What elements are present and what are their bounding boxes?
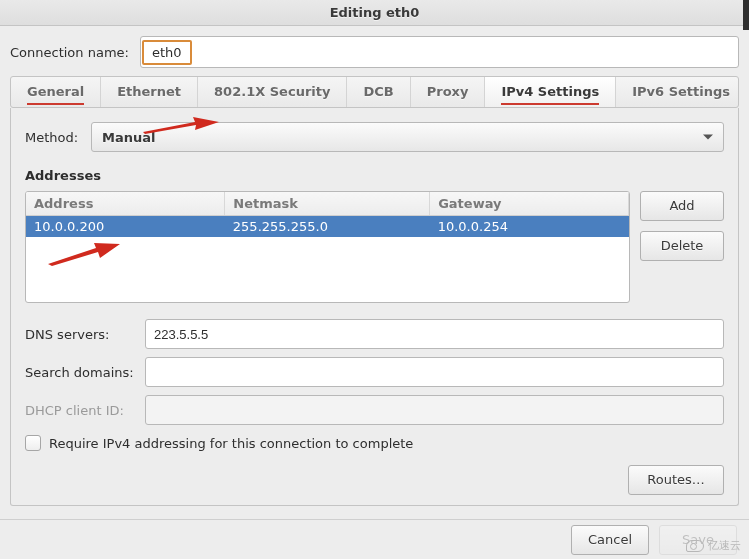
cancel-button[interactable]: Cancel (571, 525, 649, 555)
tab-general-label: General (27, 84, 84, 99)
table-row[interactable]: 10.0.0.200 255.255.255.0 10.0.0.254 (26, 216, 629, 238)
addresses-heading: Addresses (25, 168, 724, 183)
window-edge-shadow (743, 0, 749, 30)
col-netmask[interactable]: Netmask (225, 192, 430, 216)
tab-ethernet-label: Ethernet (117, 84, 181, 99)
svg-marker-1 (48, 243, 120, 266)
tab-ethernet[interactable]: Ethernet (101, 77, 198, 107)
tab-body-ipv4: Method: Manual Addresses Address Netmask… (10, 108, 739, 506)
connection-name-input[interactable]: eth0 (140, 36, 739, 68)
method-label: Method: (25, 130, 91, 145)
tab-proxy[interactable]: Proxy (411, 77, 486, 107)
require-ipv4-label: Require IPv4 addressing for this connect… (49, 436, 413, 451)
tabs-bar: General Ethernet 802.1X Security DCB Pro… (10, 76, 739, 108)
search-domains-input[interactable] (145, 357, 724, 387)
require-ipv4-checkbox[interactable] (25, 435, 41, 451)
dhcp-client-id-input (145, 395, 724, 425)
connection-name-label: Connection name: (10, 45, 140, 60)
tab-proxy-label: Proxy (427, 84, 469, 99)
col-gateway[interactable]: Gateway (430, 192, 629, 216)
tab-dcb[interactable]: DCB (347, 77, 410, 107)
connection-name-value: eth0 (142, 40, 192, 65)
tab-dcb-label: DCB (363, 84, 393, 99)
window-title: Editing eth0 (0, 0, 749, 26)
chevron-down-icon (703, 135, 713, 140)
tab-8021x-security[interactable]: 802.1X Security (198, 77, 347, 107)
tab-ipv4-label: IPv4 Settings (501, 84, 599, 99)
cell-netmask: 255.255.255.0 (225, 216, 430, 238)
search-domains-label: Search domains: (25, 365, 145, 380)
tab-ipv6-settings[interactable]: IPv6 Settings (616, 77, 739, 107)
annotation-arrow-row (48, 240, 120, 266)
col-address[interactable]: Address (26, 192, 225, 216)
routes-button[interactable]: Routes… (628, 465, 724, 495)
delete-button[interactable]: Delete (640, 231, 724, 261)
tab-ipv6-label: IPv6 Settings (632, 84, 730, 99)
tab-security-label: 802.1X Security (214, 84, 330, 99)
tab-general[interactable]: General (11, 77, 101, 107)
dns-servers-label: DNS servers: (25, 327, 145, 342)
watermark: 亿速云 (686, 538, 741, 553)
cell-gateway: 10.0.0.254 (430, 216, 629, 238)
dhcp-client-id-label: DHCP client ID: (25, 403, 145, 418)
watermark-text: 亿速云 (708, 538, 741, 553)
dns-servers-input[interactable] (145, 319, 724, 349)
cell-address: 10.0.0.200 (26, 216, 225, 238)
add-button[interactable]: Add (640, 191, 724, 221)
tab-ipv4-settings[interactable]: IPv4 Settings (485, 77, 616, 107)
watermark-icon (686, 540, 704, 552)
method-select[interactable]: Manual (91, 122, 724, 152)
dialog-footer: Cancel Save (0, 519, 749, 559)
addresses-table[interactable]: Address Netmask Gateway 10.0.0.200 255.2… (25, 191, 630, 303)
method-value: Manual (102, 130, 155, 145)
